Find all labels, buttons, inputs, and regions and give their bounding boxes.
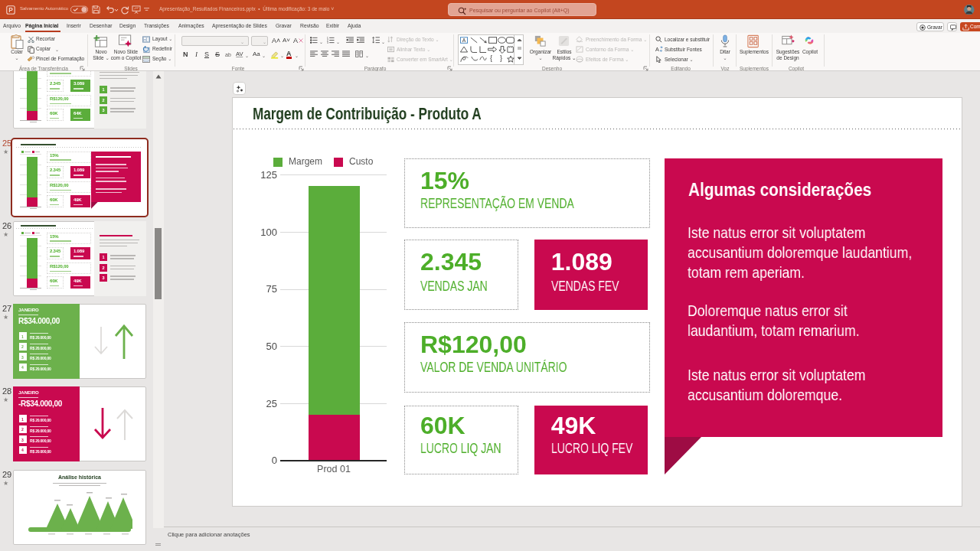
svg-text:3: 3 [327,41,328,44]
svg-text:A: A [462,37,466,43]
svg-text:A: A [655,46,659,53]
svg-text:P: P [8,6,13,14]
